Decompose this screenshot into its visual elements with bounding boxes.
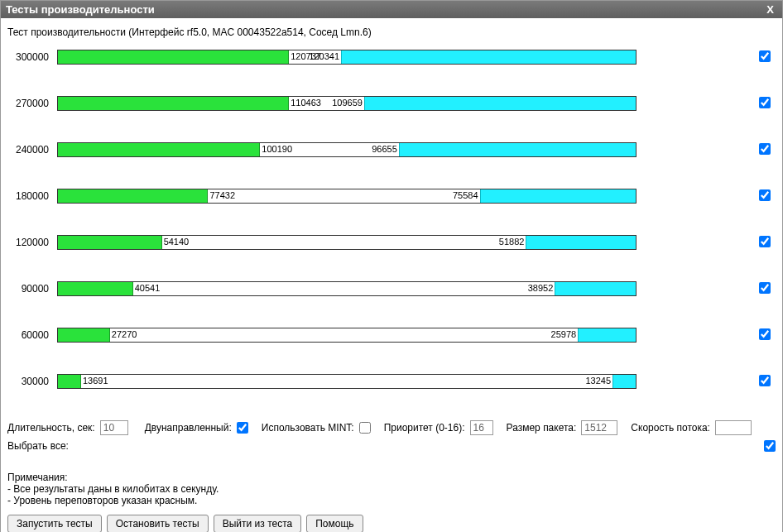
bidir-checkbox[interactable] <box>237 422 248 434</box>
row-check-wrap <box>746 50 776 65</box>
value-right: 96655 <box>372 144 397 154</box>
row-label: 300000 <box>7 51 57 63</box>
stop-button[interactable]: Остановить тесты <box>107 515 209 532</box>
bar-area: 1369113245 <box>57 374 636 389</box>
value-right: 109659 <box>332 98 363 108</box>
row-label: 30000 <box>7 376 57 387</box>
row-check-wrap <box>746 375 776 389</box>
row-checkbox[interactable] <box>759 189 771 201</box>
row-checkbox[interactable] <box>759 97 771 108</box>
bar-cyan <box>526 236 636 249</box>
bar-area: 2727025978 <box>57 328 636 343</box>
row-check-wrap <box>746 189 776 204</box>
priority-input[interactable] <box>470 420 493 435</box>
dialog-content: Тест производительности (Интерфейс rf5.0… <box>1 18 782 532</box>
test-row: 270000110463109659 <box>7 96 776 111</box>
selectall-label: Выбрать все: <box>7 440 69 452</box>
buttons-row: Запустить тесты Остановить тесты Выйти и… <box>7 515 776 532</box>
exit-button[interactable]: Выйти из теста <box>214 515 301 532</box>
bar-cyan <box>555 282 636 295</box>
value-right: 51882 <box>499 237 525 247</box>
value-right: 25978 <box>551 329 577 339</box>
bar-green <box>58 97 289 110</box>
bar-green <box>58 282 133 295</box>
row-label: 120000 <box>7 237 57 248</box>
value-left: 100190 <box>262 144 292 154</box>
close-icon[interactable]: X <box>763 3 777 16</box>
bar-green <box>58 236 162 249</box>
row-label: 60000 <box>7 329 57 341</box>
test-row: 1200005414051882 <box>7 235 776 250</box>
duration-label: Длительность, сек: <box>7 422 95 434</box>
test-row: 300000120737120341 <box>7 50 776 65</box>
test-row: 600002727025978 <box>7 328 776 343</box>
bar-green <box>58 328 110 342</box>
speed-label: Скорость потока: <box>631 422 710 434</box>
bar-green <box>58 50 289 64</box>
packet-label: Размер пакета: <box>507 422 577 434</box>
notes: Примечания: - Все результаты даны в кило… <box>7 472 776 506</box>
value-right: 13245 <box>586 376 612 386</box>
bar-cyan <box>399 143 636 156</box>
row-checkbox[interactable] <box>759 143 771 155</box>
bar-cyan <box>578 328 636 342</box>
value-right: 38952 <box>528 283 554 293</box>
bar-cyan <box>364 97 636 110</box>
row-checkbox[interactable] <box>759 282 771 294</box>
bar-area: 4054138952 <box>57 281 636 296</box>
value-left: 13691 <box>83 376 108 386</box>
row-checkbox[interactable] <box>759 375 771 386</box>
bar-area: 110463109659 <box>57 96 636 111</box>
row-label: 90000 <box>7 283 57 295</box>
notes-heading: Примечания: <box>7 472 776 483</box>
bar-green <box>58 189 208 203</box>
row-label: 240000 <box>7 144 57 156</box>
value-right: 120341 <box>309 51 339 61</box>
subtitle: Тест производительности (Интерфейс rf5.0… <box>7 26 776 38</box>
value-left: 77432 <box>209 190 235 200</box>
bar-cyan <box>341 50 636 64</box>
row-label: 180000 <box>7 190 57 202</box>
bar-cyan <box>480 189 636 203</box>
packet-input[interactable] <box>581 420 617 435</box>
row-check-wrap <box>746 143 776 157</box>
test-row: 24000010019096655 <box>7 142 776 157</box>
test-rows: 3000001207371203412700001104631096592400… <box>7 50 776 389</box>
row-checkbox[interactable] <box>759 328 771 340</box>
help-button[interactable]: Помощь <box>306 515 363 532</box>
value-right: 75584 <box>453 190 478 200</box>
test-row: 300001369113245 <box>7 374 776 389</box>
test-row: 1800007743275584 <box>7 189 776 204</box>
priority-label: Приоритет (0-16): <box>384 422 465 434</box>
test-row: 900004054138952 <box>7 281 776 296</box>
row-checkbox[interactable] <box>759 50 771 62</box>
bar-area: 5414051882 <box>57 235 636 250</box>
performance-tests-dialog: Тесты производительности X Тест производ… <box>0 0 783 532</box>
titlebar: Тесты производительности X <box>1 1 782 18</box>
bar-area: 10019096655 <box>57 142 636 157</box>
window-title: Тесты производительности <box>6 3 155 16</box>
selectall-checkbox[interactable] <box>764 440 776 452</box>
bar-area: 7743275584 <box>57 189 636 204</box>
bar-area: 120737120341 <box>57 50 636 65</box>
value-left: 40541 <box>135 283 161 293</box>
row-check-wrap <box>746 236 776 250</box>
notes-line-2: - Уровень переповторов указан красным. <box>7 495 776 506</box>
row-checkbox[interactable] <box>759 236 771 247</box>
value-left: 27270 <box>112 329 137 339</box>
speed-input[interactable] <box>715 420 752 435</box>
mint-checkbox[interactable] <box>359 422 371 434</box>
notes-line-1: - Все результаты даны в килобитах в секу… <box>7 483 776 495</box>
mint-label: Использовать MINT: <box>262 422 354 434</box>
bar-green <box>58 143 260 156</box>
controls-row: Длительность, сек: Двунаправленный: Испо… <box>7 420 776 452</box>
bidir-label: Двунаправленный: <box>145 422 232 434</box>
bar-green <box>58 375 81 388</box>
duration-input[interactable] <box>100 420 128 435</box>
value-left: 54140 <box>164 237 190 247</box>
run-button[interactable]: Запустить тесты <box>7 515 102 532</box>
value-left: 110463 <box>291 98 321 108</box>
row-check-wrap <box>746 282 776 296</box>
row-check-wrap <box>746 328 776 343</box>
row-check-wrap <box>746 97 776 111</box>
